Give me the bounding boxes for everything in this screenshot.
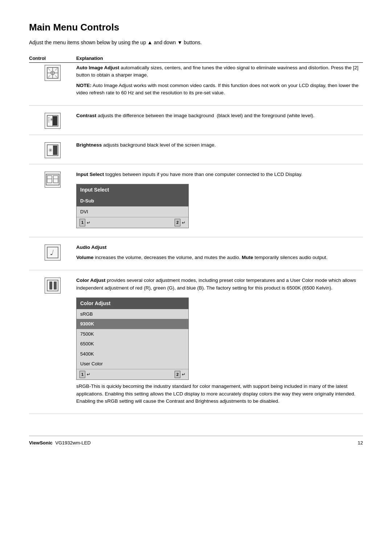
footer-btn2: 2 ↵ [175,219,185,226]
col-control-label: Control [29,56,76,61]
svg-line-4 [48,68,50,70]
color-btn2-label: 2 [175,371,180,378]
row-color-adjust: Color Adjust provides several color adju… [29,277,363,414]
input-select-item-dsub: D-Sub [77,196,188,206]
intro-text: Adjust the menu items shown below by usi… [29,40,363,45]
srgb-description: sRGB-This is quickly becoming the indust… [76,383,363,405]
svg-rect-21 [53,176,58,183]
color-item-srgb: sRGB [77,309,188,319]
svg-text:♩: ♩ [50,249,54,257]
row-audio-adjust: ♩ Audio Adjust Volume increases the volu… [29,244,363,271]
svg-line-7 [55,75,57,78]
input-select-menu: Input Select D-Sub DVI 1 ↵ 2 ↵ [76,184,189,228]
footer: ViewSonic VG1932wm-LED 12 [29,436,363,446]
footer-model: VG1932wm-LED [54,440,91,446]
svg-rect-20 [47,176,52,183]
svg-line-6 [48,75,50,78]
btn1-icon: ↵ [87,219,90,226]
explanation-contrast: Contrast adjusts the difference between … [76,112,363,122]
explanation-input-select: Input Select toggles between inputs if y… [76,171,363,231]
row-auto-image-adjust: Auto Image Adjust automatically sizes, c… [29,64,363,106]
svg-rect-28 [54,282,57,290]
btn2-label: 2 [175,219,180,226]
page-title: Main Menu Controls [29,22,363,33]
color-item-user-color: User Color [77,359,188,369]
btn1-label: 1 [79,219,85,226]
svg-line-5 [55,68,57,70]
audio-adjust-icon: ♩ [45,245,61,260]
color-footer-btn2: 2 ↵ [175,371,185,378]
svg-rect-27 [49,282,52,290]
explanation-color-adjust: Color Adjust provides several color adju… [76,277,363,408]
btn2-icon: ↵ [182,219,185,226]
contrast-icon: ✳ [45,113,61,129]
row-input-select: Input Select toggles between inputs if y… [29,171,363,237]
color-item-6500k: 6500K [77,339,188,349]
footer-brand-model: ViewSonic VG1932wm-LED [29,440,91,446]
footer-brand: ViewSonic [29,440,53,446]
color-btn1-label: 1 [79,371,85,378]
icon-cell-audio: ♩ [29,244,76,260]
color-adjust-menu-footer: 1 ↵ 2 ↵ [77,369,188,380]
color-item-5400k: 5400K [77,349,188,359]
input-select-menu-footer: 1 ↵ 2 ↵ [77,217,188,228]
table-header: Control Explanation [29,56,363,63]
svg-text:✳: ✳ [50,117,54,122]
icon-cell-contrast: ✳ [29,112,76,129]
icon-cell-auto-image [29,64,76,81]
brightness-icon: ✳ [45,142,61,158]
color-adjust-menu-title: Color Adjust [77,298,188,309]
explanation-brightness: Brightness adjusts background black leve… [76,141,363,152]
auto-image-adjust-icon [45,65,61,81]
icon-cell-brightness: ✳ [29,141,76,158]
color-item-7500k: 7500K [77,329,188,339]
input-select-menu-title: Input Select [77,184,188,196]
explanation-audio-adjust: Audio Adjust Volume increases the volume… [76,244,363,264]
footer-page: 12 [358,440,363,446]
input-select-item-dvi: DVI [77,206,188,217]
icon-cell-input [29,171,76,188]
color-adjust-icon [45,278,61,294]
color-btn1-icon: ↵ [87,371,90,378]
color-footer-btn1: 1 ↵ [79,371,90,378]
svg-rect-18 [53,145,57,155]
row-brightness: ✳ Brightness adjusts background black le… [29,141,363,164]
svg-text:✳: ✳ [48,147,53,153]
explanation-auto-image: Auto Image Adjust automatically sizes, c… [76,64,363,99]
color-item-9300k: 9300K [77,319,188,329]
color-adjust-menu: Color Adjust sRGB 9300K 7500K 6500K 5400… [76,297,189,380]
input-select-icon [45,172,61,188]
icon-cell-color [29,277,76,294]
footer-btn1: 1 ↵ [79,219,90,226]
col-explanation-label: Explanation [76,56,363,61]
row-contrast: ✳ Contrast adjusts the difference betwee… [29,112,363,135]
color-btn2-icon: ↵ [182,371,185,378]
